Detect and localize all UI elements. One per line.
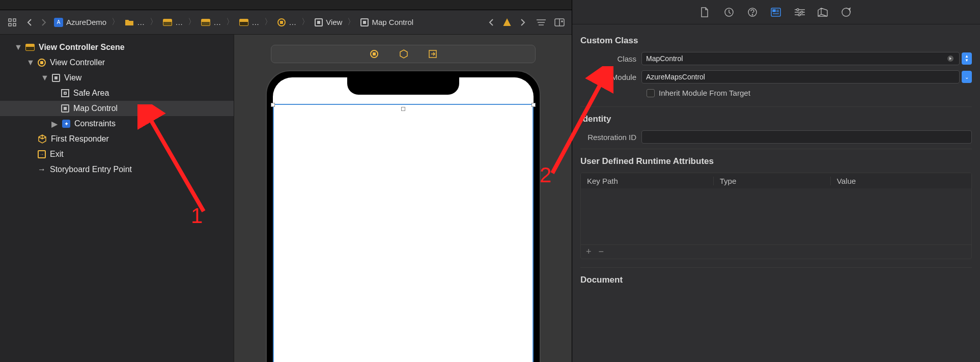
section-custom-class: Custom Class <box>580 36 972 46</box>
inspector-body: Custom Class Class MapControl ▲▼ Module <box>572 24 980 297</box>
crumb-mapcontrol[interactable]: Map Control <box>360 18 413 26</box>
outline-exit[interactable]: Exit <box>0 147 234 162</box>
jump-bar: A AzureDemo 〉 … 〉 … 〉 … 〉 <box>0 10 572 35</box>
col-keypath[interactable]: Key Path <box>581 177 714 185</box>
file-inspector-tab[interactable] <box>701 7 712 17</box>
view-icon <box>61 104 69 113</box>
attr-table-footer: + − <box>581 244 971 259</box>
project-icon: A <box>54 18 63 27</box>
section-uda: User Defined Runtime Attributes <box>580 156 972 166</box>
restoration-input[interactable] <box>641 130 972 144</box>
adjust-editor-icon[interactable] <box>534 16 548 29</box>
forward-button[interactable] <box>37 16 51 29</box>
attributes-inspector-tab[interactable] <box>794 8 805 16</box>
exit-icon <box>38 150 46 158</box>
chevron-right-icon[interactable]: ▶ <box>51 119 58 129</box>
document-outline: ▼ View Controller Scene ▼ View Controlle… <box>0 35 234 362</box>
class-stepper[interactable]: ▲▼ <box>962 52 972 65</box>
go-to-class-icon[interactable] <box>946 54 955 63</box>
restoration-label: Restoration ID <box>580 133 636 142</box>
viewcontroller-dock-icon[interactable] <box>370 49 379 59</box>
outline-scene[interactable]: ▼ View Controller Scene <box>0 40 234 55</box>
crumb-vc[interactable]: … <box>277 18 296 26</box>
inherit-checkbox[interactable] <box>647 89 655 97</box>
crumb-project[interactable]: A AzureDemo <box>54 18 106 27</box>
col-type[interactable]: Type <box>714 177 831 185</box>
module-input[interactable]: AzureMapsControl <box>641 70 960 83</box>
runtime-attributes-table: Key Path Type Value + − <box>580 173 972 259</box>
viewcontroller-icon <box>277 18 286 26</box>
annotation-label-1: 1 <box>191 204 203 228</box>
view-icon <box>315 18 323 26</box>
issues-back-button[interactable] <box>484 16 498 29</box>
resize-handle[interactable] <box>531 103 536 107</box>
history-inspector-tab[interactable] <box>724 7 735 17</box>
crumb-sb2-label: … <box>213 18 221 26</box>
selection-border <box>273 104 534 362</box>
crumb-sep-icon: 〉 <box>148 17 160 27</box>
outline-view[interactable]: ▼ View <box>0 70 234 86</box>
scene-dock[interactable] <box>271 45 536 63</box>
safearea-label: Safe Area <box>73 89 109 98</box>
crumb-sep-icon: 〉 <box>186 17 198 27</box>
safearea-icon <box>61 89 69 97</box>
connections-inspector-tab[interactable] <box>841 7 852 17</box>
size-inspector-tab[interactable] <box>818 8 829 17</box>
chevron-down-icon[interactable]: ▼ <box>26 58 34 67</box>
crumb-scene[interactable]: … <box>239 18 259 26</box>
crumb-sep-icon: 〉 <box>224 17 236 27</box>
module-dropdown[interactable]: ⌄ <box>962 71 972 83</box>
svg-rect-18 <box>773 10 775 12</box>
warning-icon[interactable] <box>502 18 512 27</box>
outline-constraints[interactable]: ▶ ✦ Constraints <box>0 116 234 131</box>
storyboard-canvas[interactable] <box>234 35 572 362</box>
inherit-module-row[interactable]: Inherit Module From Target <box>647 89 972 97</box>
back-button[interactable] <box>22 16 37 29</box>
module-value: AzureMapsControl <box>646 73 705 81</box>
firstresponder-dock-icon[interactable] <box>399 49 408 59</box>
crumb-folder-label: … <box>137 18 145 26</box>
crumb-folder[interactable]: … <box>125 18 145 27</box>
add-editor-icon[interactable] <box>552 16 567 29</box>
class-input[interactable]: MapControl <box>641 52 960 65</box>
scene-icon <box>239 19 248 26</box>
exit-dock-icon[interactable] <box>429 50 437 58</box>
scene-icon <box>25 44 35 51</box>
remove-attribute-button[interactable]: − <box>599 246 604 257</box>
outline-entrypoint[interactable]: → Storyboard Entry Point <box>0 162 234 177</box>
svg-rect-1 <box>13 19 16 21</box>
issues-forward-button[interactable] <box>516 16 530 29</box>
related-items-icon[interactable] <box>5 16 19 29</box>
help-inspector-tab[interactable] <box>747 7 759 17</box>
resize-handle[interactable] <box>271 103 275 107</box>
editor-tab-bar <box>0 0 572 10</box>
crumb-project-label: AzureDemo <box>66 18 106 26</box>
svg-rect-3 <box>13 23 16 26</box>
crumb-storyboard2[interactable]: … <box>201 18 221 26</box>
outline-firstresponder[interactable]: First Responder <box>0 131 234 147</box>
outline-mapcontrol[interactable]: Map Control <box>0 101 234 116</box>
add-attribute-button[interactable]: + <box>586 246 592 257</box>
outline-viewcontroller[interactable]: ▼ View Controller <box>0 55 234 70</box>
view-icon <box>360 18 369 26</box>
scene-label: View Controller Scene <box>39 43 125 52</box>
vc-label: View Controller <box>50 58 105 67</box>
crumb-map-label: Map Control <box>372 18 413 26</box>
view-icon <box>52 74 60 82</box>
crumb-storyboard[interactable]: … <box>163 18 183 26</box>
resize-handle[interactable] <box>401 107 405 111</box>
chevron-down-icon[interactable]: ▼ <box>41 73 48 82</box>
outline-safearea[interactable]: Safe Area <box>0 86 234 101</box>
class-label: Class <box>580 54 636 63</box>
attr-table-body[interactable] <box>581 188 971 244</box>
svg-point-23 <box>797 9 799 11</box>
chevron-down-icon[interactable]: ▼ <box>14 43 21 52</box>
crumb-sep-icon: 〉 <box>345 17 357 27</box>
device-screen[interactable] <box>273 77 534 362</box>
crumb-sb-label: … <box>175 18 183 26</box>
crumb-view[interactable]: View <box>315 18 342 26</box>
col-value[interactable]: Value <box>831 177 971 185</box>
identity-inspector-tab[interactable] <box>771 8 782 17</box>
cube-icon <box>38 134 47 144</box>
device-preview <box>266 70 541 362</box>
